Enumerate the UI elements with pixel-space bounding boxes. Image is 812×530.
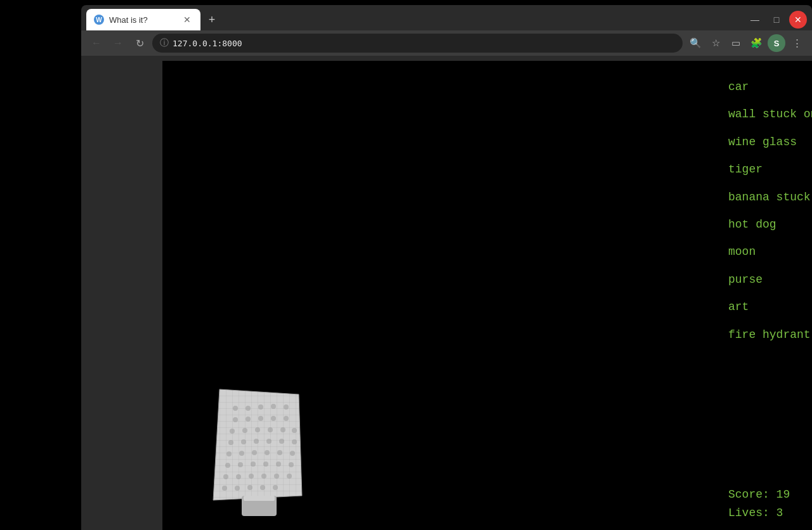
svg-point-19 <box>280 427 285 432</box>
svg-point-15 <box>230 429 235 434</box>
extensions-icon-button[interactable]: 🧩 <box>747 34 765 52</box>
toolbar-right: 🔍 ☆ ▭ 🧩 S ⋮ <box>686 34 806 52</box>
svg-point-23 <box>254 439 259 444</box>
svg-point-11 <box>246 417 251 422</box>
address-text: 127.0.0.1:8000 <box>173 39 242 48</box>
svg-point-43 <box>274 474 279 479</box>
svg-point-32 <box>290 451 295 456</box>
new-tab-button[interactable]: + <box>203 11 221 29</box>
svg-point-22 <box>241 439 246 444</box>
cast-icon-button[interactable]: ▭ <box>727 34 745 52</box>
svg-point-10 <box>233 417 238 422</box>
browser-tab[interactable]: W What is it? ✕ <box>86 9 200 30</box>
svg-point-48 <box>260 485 265 490</box>
menu-button[interactable]: ⋮ <box>788 34 806 52</box>
svg-point-40 <box>236 474 241 479</box>
svg-marker-2 <box>213 389 302 500</box>
nav-bar: ← → ↻ ⓘ 127.0.0.1:8000 🔍 ☆ ▭ 🧩 S ⋮ <box>81 30 812 56</box>
svg-point-36 <box>263 462 268 467</box>
svg-point-21 <box>228 440 233 445</box>
browser-window: W What is it? ✕ + — □ ✕ ← → ↻ ⓘ 127.0.0.… <box>81 5 812 530</box>
maximize-button[interactable]: □ <box>768 11 785 29</box>
svg-point-41 <box>249 474 254 479</box>
address-port: :8000 <box>217 39 242 48</box>
lives-label: Lives: 3 <box>728 504 812 522</box>
address-bar[interactable]: ⓘ 127.0.0.1:8000 <box>152 34 683 53</box>
answer-item-9[interactable]: fire hydrant <box>728 321 812 349</box>
svg-point-44 <box>287 474 292 479</box>
answer-item-7[interactable]: purse <box>728 266 812 294</box>
svg-point-34 <box>238 462 243 467</box>
tab-bar: W What is it? ✕ + — □ ✕ <box>81 5 812 30</box>
svg-point-45 <box>222 486 227 491</box>
svg-point-47 <box>247 485 252 490</box>
svg-point-30 <box>265 450 270 455</box>
minimize-button[interactable]: — <box>746 11 764 29</box>
svg-point-26 <box>292 439 297 444</box>
answer-item-8[interactable]: art <box>728 294 812 321</box>
svg-point-31 <box>277 450 282 455</box>
bookmark-icon-button[interactable]: ☆ <box>707 34 724 52</box>
svg-point-18 <box>268 427 273 432</box>
svg-point-12 <box>258 416 263 421</box>
svg-point-46 <box>235 486 240 491</box>
answer-item-2[interactable]: wine glass <box>728 129 812 156</box>
object-svg <box>200 383 315 522</box>
answer-item-4[interactable]: banana stuck on wall <box>728 184 812 211</box>
sidebar: carwall stuck on bananawine glasstigerba… <box>716 61 812 530</box>
tab-title: What is it? <box>109 15 176 25</box>
answer-item-5[interactable]: hot dog <box>728 211 812 238</box>
outer-window: W What is it? ✕ + — □ ✕ ← → ↻ ⓘ 127.0.0.… <box>0 0 812 530</box>
svg-point-29 <box>252 450 257 455</box>
svg-point-49 <box>273 485 278 490</box>
score-label: Score: 19 <box>728 486 812 504</box>
answer-item-3[interactable]: tiger <box>728 156 812 183</box>
svg-point-6 <box>246 406 251 411</box>
address-host: 127.0.0.1 <box>173 39 217 48</box>
answer-item-0[interactable]: car <box>728 74 812 101</box>
page-content: carwall stuck on bananawine glasstigerba… <box>162 61 812 530</box>
svg-rect-4 <box>244 496 275 501</box>
svg-point-42 <box>261 474 266 479</box>
svg-point-24 <box>266 439 272 444</box>
svg-point-37 <box>276 462 281 467</box>
tab-close-button[interactable]: ✕ <box>181 14 193 25</box>
score-area: Score: 19 Lives: 3 <box>728 479 812 522</box>
answer-item-6[interactable]: moon <box>728 238 812 266</box>
svg-point-17 <box>255 427 260 432</box>
forward-button[interactable]: → <box>109 34 127 52</box>
svg-point-38 <box>289 462 294 467</box>
answer-list: carwall stuck on bananawine glasstigerba… <box>728 74 812 479</box>
svg-point-8 <box>271 404 276 409</box>
game-area <box>162 61 716 530</box>
svg-point-20 <box>292 428 297 433</box>
answer-item-1[interactable]: wall stuck on banana <box>728 101 812 128</box>
svg-point-13 <box>271 416 276 421</box>
favicon-letter: W <box>96 16 102 23</box>
svg-point-7 <box>258 404 263 410</box>
object-visual <box>200 383 315 522</box>
close-button[interactable]: ✕ <box>789 11 807 29</box>
game-object-image <box>200 383 315 522</box>
svg-point-14 <box>284 416 289 421</box>
svg-point-33 <box>225 463 230 468</box>
svg-point-27 <box>226 451 232 456</box>
svg-point-35 <box>251 462 256 467</box>
reload-button[interactable]: ↻ <box>131 34 148 52</box>
svg-point-28 <box>239 451 244 456</box>
back-button[interactable]: ← <box>88 34 105 52</box>
svg-point-5 <box>233 406 238 411</box>
tab-favicon: W <box>94 15 104 25</box>
security-icon: ⓘ <box>160 37 169 49</box>
svg-point-39 <box>223 474 228 479</box>
search-icon-button[interactable]: 🔍 <box>686 34 704 52</box>
svg-point-25 <box>279 439 284 444</box>
profile-button[interactable]: S <box>768 34 785 52</box>
svg-point-16 <box>242 428 247 433</box>
svg-point-9 <box>284 404 289 410</box>
